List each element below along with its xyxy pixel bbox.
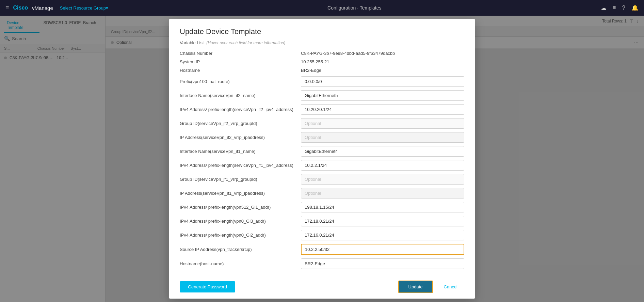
if1-group-id-input-wrap <box>301 174 464 185</box>
logo: Cisco <box>13 5 28 11</box>
if1-ipaddress-input[interactable] <box>301 188 464 198</box>
modal-body: Variable List (Hover over each field for… <box>169 40 475 275</box>
if2-ipv4-input[interactable] <box>301 104 464 115</box>
if2-ipaddress-row: IP Address(serviceVpn_if2_vrrp_ipaddress… <box>180 132 464 143</box>
update-device-template-modal: Update Device Template Variable List (Ho… <box>169 19 475 299</box>
host-name-input[interactable] <box>301 258 464 269</box>
app-name: vManage <box>32 5 53 11</box>
if2-ipv4-row: IPv4 Address/ prefix-length(serviceVpn_i… <box>180 104 464 115</box>
vpn-tracker-input-wrap <box>301 244 464 255</box>
vpn0-gi3-input-wrap <box>301 216 464 226</box>
system-ip-row: System IP 10.255.255.21 <box>180 59 464 64</box>
hostname-row: Hostname BR2-Edge <box>180 68 464 73</box>
vpn0-gi2-input-wrap <box>301 230 464 240</box>
if1-name-label: Interface Name(serviceVpn_if1_name) <box>180 149 295 154</box>
variable-list-hint: (Hover over each field for more informat… <box>206 41 285 45</box>
if2-group-id-row: Group ID(serviceVpn_if2_vrrp_groupId) <box>180 118 464 129</box>
vpn-tracker-row: Source IP Address(vpn_trackersrcip) <box>180 244 464 255</box>
if2-name-input-wrap <box>301 90 464 101</box>
host-name-label: Hostname(host-name) <box>180 261 295 266</box>
if1-ipv4-input-wrap <box>301 160 464 171</box>
if1-name-input[interactable] <box>301 146 464 157</box>
help-icon[interactable]: ? <box>622 4 625 11</box>
variable-list-header: Variable List (Hover over each field for… <box>180 40 464 45</box>
menu-icon[interactable]: ≡ <box>613 4 616 11</box>
if1-name-row: Interface Name(serviceVpn_if1_name) <box>180 146 464 157</box>
vpn0-gi2-label: IPv4 Address/ prefix-length(vpn0_Gi2_add… <box>180 233 295 238</box>
if2-ipaddress-input-wrap <box>301 132 464 143</box>
modal-overlay: Update Device Template Variable List (Ho… <box>0 16 644 302</box>
system-ip-value: 10.255.255.21 <box>301 59 464 64</box>
vpn0-gi2-row: IPv4 Address/ prefix-length(vpn0_Gi2_add… <box>180 230 464 240</box>
resource-group[interactable]: Select Resource Group▾ <box>60 5 108 11</box>
vpn-tracker-label: Source IP Address(vpn_trackersrcip) <box>180 247 295 252</box>
system-ip-label: System IP <box>180 59 295 64</box>
prefix-input[interactable] <box>301 76 464 87</box>
modal-title: Update Device Template <box>169 19 475 40</box>
chassis-value: C8K-PAYG-3b7-9e98-4dbd-aad5-9f63479dacbb <box>301 51 464 56</box>
vpn0-gi3-input[interactable] <box>301 216 464 226</box>
vpn512-gi1-row: IPv4 Address/ prefix-length(vpn512_Gi1_a… <box>180 202 464 212</box>
chassis-row: Chassis Number C8K-PAYG-3b7-9e98-4dbd-aa… <box>180 51 464 56</box>
if1-ipaddress-row: IP Address(serviceVpn_if1_vrrp_ipaddress… <box>180 188 464 198</box>
variable-list-label: Variable List <box>180 40 204 45</box>
if1-ipv4-input[interactable] <box>301 160 464 171</box>
prefix-input-wrap <box>301 76 464 87</box>
vpn0-gi3-row: IPv4 Address/ prefix-length(vpn0_Gi3_add… <box>180 216 464 226</box>
hamburger-icon[interactable]: ≡ <box>5 4 9 12</box>
if2-ipaddress-input[interactable] <box>301 132 464 143</box>
if2-name-row: Interface Name(serviceVpn_if2_name) <box>180 90 464 101</box>
if1-ipaddress-input-wrap <box>301 188 464 198</box>
if2-name-label: Interface Name(serviceVpn_if2_name) <box>180 93 295 98</box>
if1-ipaddress-label: IP Address(serviceVpn_if1_vrrp_ipaddress… <box>180 191 295 196</box>
if1-group-id-row: Group ID(serviceVpn_if1_vrrp_groupId) <box>180 174 464 185</box>
vpn-tracker-input[interactable] <box>301 244 464 255</box>
if1-ipv4-label: IPv4 Address/ prefix-length(serviceVpn_i… <box>180 163 295 168</box>
vpn512-gi1-input-wrap <box>301 202 464 212</box>
if2-group-id-input-wrap <box>301 118 464 129</box>
vpn512-gi1-input[interactable] <box>301 202 464 212</box>
if2-name-input[interactable] <box>301 90 464 101</box>
vpn0-gi2-input[interactable] <box>301 230 464 240</box>
vpn512-gi1-label: IPv4 Address/ prefix-length(vpn512_Gi1_a… <box>180 205 295 210</box>
page-title: Configuration · Templates <box>112 5 597 11</box>
host-name-row: Hostname(host-name) <box>180 258 464 269</box>
if2-ipv4-label: IPv4 Address/ prefix-length(serviceVpn_i… <box>180 107 295 112</box>
chassis-label: Chassis Number <box>180 51 295 56</box>
if2-group-id-input[interactable] <box>301 118 464 129</box>
generate-password-button[interactable]: Generate Password <box>180 281 235 292</box>
cloud-icon[interactable]: ☁ <box>601 4 607 12</box>
if2-ipv4-input-wrap <box>301 104 464 115</box>
prefix-label: Prefix(vpn100_nat_route) <box>180 79 295 84</box>
if1-group-id-label: Group ID(serviceVpn_if1_vrrp_groupId) <box>180 177 295 182</box>
host-name-input-wrap <box>301 258 464 269</box>
modal-footer: Generate Password Update Cancel <box>169 275 475 299</box>
if2-group-id-label: Group ID(serviceVpn_if2_vrrp_groupId) <box>180 121 295 126</box>
bell-icon[interactable]: 🔔 <box>631 4 639 12</box>
top-nav: ≡ Cisco vManage Select Resource Group▾ C… <box>0 0 644 16</box>
if2-ipaddress-label: IP Address(serviceVpn_if2_vrrp_ipaddress… <box>180 135 295 140</box>
update-button[interactable]: Update <box>398 281 433 293</box>
if1-name-input-wrap <box>301 146 464 157</box>
nav-icons: ☁ ≡ ? 🔔 <box>601 4 639 12</box>
if1-group-id-input[interactable] <box>301 174 464 185</box>
cancel-button[interactable]: Cancel <box>437 281 464 292</box>
vpn0-gi3-label: IPv4 Address/ prefix-length(vpn0_Gi3_add… <box>180 219 295 224</box>
hostname-label: Hostname <box>180 68 295 73</box>
hostname-value: BR2-Edge <box>301 68 464 73</box>
prefix-row: Prefix(vpn100_nat_route) <box>180 76 464 87</box>
if1-ipv4-row: IPv4 Address/ prefix-length(serviceVpn_i… <box>180 160 464 171</box>
